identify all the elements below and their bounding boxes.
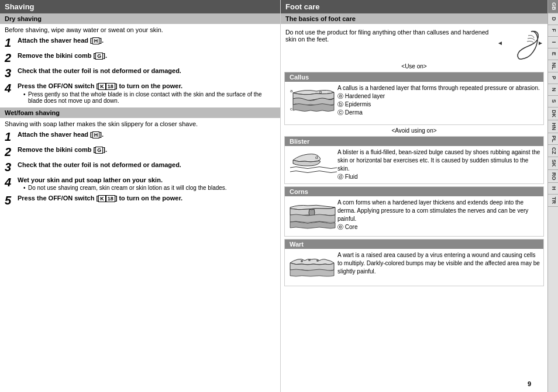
wet-shaving-header: Wet/foam shaving (0, 107, 280, 118)
right-panel: Foot care The basics of foot care Do not… (281, 0, 547, 392)
step-4-bullet: Press gently so that the whole blade is … (23, 91, 275, 104)
tab-ro[interactable]: RO (548, 170, 558, 183)
svg-text:c: c (290, 106, 292, 112)
tab-d[interactable]: D (548, 13, 558, 25)
callus-card: Callus a b c (284, 72, 544, 125)
wet-step-2: 2 Remove the bikini comb [G]. (0, 146, 280, 158)
callus-point-a: ⓐ Hardened layer (337, 92, 541, 100)
wet-step-content-1: Attach the shaver head [H]. (18, 131, 275, 138)
corns-diagram: e (287, 199, 334, 234)
wart-card: Wart A war (284, 239, 544, 286)
svg-text:►: ► (538, 40, 543, 46)
wet-step-content-5: Press the OFF/ON switch [K18] to turn on… (18, 195, 275, 202)
tab-h[interactable]: H (548, 183, 558, 195)
step-1-text: Attach the shaver head [H]. (18, 37, 104, 44)
tab-pl[interactable]: PL (548, 133, 558, 145)
callus-point-c: ⓒ Derma (337, 109, 541, 117)
svg-text:a: a (290, 88, 293, 93)
tab-e[interactable]: E (548, 48, 558, 60)
wet-step-3-text: Check that the outer foil is not deforme… (18, 161, 181, 168)
wet-step-content-4: Wet your skin and put soap lather on you… (18, 176, 275, 191)
shaving-header: Shaving (0, 0, 280, 13)
blister-diagram: d (287, 148, 334, 181)
wet-step-5: 5 Press the OFF/ON switch [K18] to turn … (0, 195, 280, 206)
avoid-label: <Avoid using on> (284, 127, 544, 134)
step-content-1: Attach the shaver head [H]. (18, 37, 275, 44)
blister-card: Blister d A blister is a fluid-filled (284, 136, 544, 184)
blister-header: Blister (285, 137, 543, 146)
tab-n[interactable]: N (548, 84, 558, 96)
blister-body: d A blister is a fluid-filled, bean-size… (285, 146, 543, 183)
wart-body: A wart is a raised area caused by a viru… (285, 249, 543, 286)
wet-step-4: 4 Wet your skin and put soap lather on y… (0, 176, 280, 191)
step-content-3: Check that the outer foil is not deforme… (18, 67, 275, 74)
wet-step-content-3: Check that the outer foil is not deforme… (18, 161, 275, 168)
foot-basics-header: The basics of foot care (281, 13, 547, 24)
corns-body: e A corn forms when a hardened layer thi… (285, 196, 543, 236)
step-num-3: 3 (5, 67, 18, 79)
tab-tr[interactable]: TR (548, 195, 558, 207)
use-on-label: <Use on> (281, 63, 547, 70)
tab-cz[interactable]: CZ (548, 145, 558, 157)
step-3-text: Check that the outer foil is not deforme… (18, 67, 181, 74)
callus-diagram: a b c (287, 84, 334, 122)
tab-f[interactable]: F (548, 25, 558, 37)
wart-header: Wart (285, 240, 543, 249)
wet-step-1-text: Attach the shaver head [H]. (18, 131, 104, 138)
svg-point-8 (308, 259, 311, 261)
wet-step-num-5: 5 (5, 195, 18, 206)
step-num-1: 1 (5, 37, 18, 48)
dry-step-4: 4 Press the OFF/ON switch [K18] to turn … (0, 82, 280, 104)
callus-text: A callus is a hardened layer that forms … (337, 84, 541, 122)
tab-sk[interactable]: SK (548, 157, 558, 170)
wet-step-4-text: Wet your skin and put soap lather on you… (18, 176, 163, 183)
svg-point-9 (316, 259, 319, 262)
svg-text:d: d (315, 155, 318, 160)
wet-step-2-text: Remove the bikini comb [G]. (18, 146, 107, 153)
step-num-2: 2 (5, 52, 18, 64)
wart-diagram (287, 251, 334, 283)
wart-desc: A wart is a raised area caused by a viru… (337, 251, 541, 276)
foot-intro: Do not use the product for filing anythi… (281, 26, 547, 63)
tab-i[interactable]: I (548, 37, 558, 48)
corns-point-e: ⓔ Core (337, 223, 541, 231)
blister-desc: A blister is a fluid-filled, bean-sized … (337, 148, 541, 173)
step-4-text: Press the OFF/ON switch [K18] to turn on… (18, 82, 182, 89)
callus-body: a b c A callus is a hardened layer that … (285, 82, 543, 124)
step-content-2: Remove the bikini comb [G]. (18, 52, 275, 60)
svg-text:b: b (319, 89, 322, 95)
wet-step-4-bullet: Do not use shaving cream, skin cream or … (23, 185, 275, 191)
dry-step-3: 3 Check that the outer foil is not defor… (0, 67, 280, 79)
dry-step-2: 2 Remove the bikini comb [G]. (0, 52, 280, 64)
corns-text: A corn forms when a hardened layer thick… (337, 199, 541, 234)
corns-header: Corns (285, 187, 543, 196)
wet-step-1: 1 Attach the shaver head [H]. (0, 131, 280, 143)
step-2-text: Remove the bikini comb [G]. (18, 52, 107, 59)
wet-step-num-2: 2 (5, 146, 18, 158)
tab-nl[interactable]: NL (548, 60, 558, 72)
tab-gb[interactable]: GB (548, 0, 558, 13)
wet-step-5-text: Press the OFF/ON switch [K18] to turn on… (18, 195, 182, 202)
corns-card: Corns e A c (284, 186, 544, 237)
left-panel: Shaving Dry shaving Before shaving, wipe… (0, 0, 281, 392)
step-content-4: Press the OFF/ON switch [K18] to turn on… (18, 82, 275, 104)
callus-desc: A callus is a hardened layer that forms … (337, 84, 541, 92)
tab-p[interactable]: P (548, 72, 558, 84)
foot-care-header: Foot care (281, 0, 547, 13)
tab-s[interactable]: S (548, 96, 558, 107)
tab-hn[interactable]: HN (548, 120, 558, 133)
corns-desc: A corn forms when a hardened layer thick… (337, 199, 541, 223)
callus-header: Callus (285, 72, 543, 82)
wet-step-num-1: 1 (5, 131, 18, 143)
svg-text:◄: ◄ (497, 40, 503, 46)
blister-text: A blister is a fluid-filled, bean-sized … (337, 148, 541, 181)
side-tabs: GB D F I E NL P N S DK HN PL CZ SK RO H … (547, 0, 558, 392)
dry-step-1: 1 Attach the shaver head [H]. (0, 37, 280, 48)
callus-point-b: ⓑ Epidermis (337, 100, 541, 109)
tab-dk[interactable]: DK (548, 107, 558, 120)
foot-intro-text: Do not use the product for filing anythi… (285, 29, 491, 43)
foot-diagram: ◄ ► (496, 29, 543, 61)
page-number: 9 (528, 380, 531, 387)
wet-step-content-2: Remove the bikini comb [G]. (18, 146, 275, 154)
dry-shaving-header: Dry shaving (0, 13, 280, 24)
